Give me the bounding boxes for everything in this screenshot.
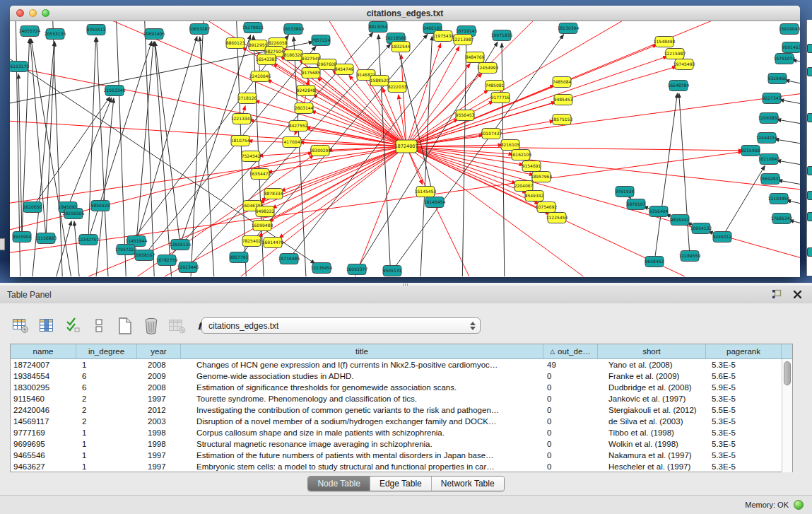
show-columns-button[interactable] bbox=[37, 316, 56, 336]
citation-edge[interactable] bbox=[68, 98, 112, 207]
graph-node[interactable]: 8454749 bbox=[335, 64, 354, 75]
graph-node[interactable]: 12444154 bbox=[756, 133, 778, 144]
network-canvas[interactable]: 2405572420553135835051120691406106532871… bbox=[10, 21, 800, 276]
graph-node[interactable]: 12342757 bbox=[78, 235, 100, 245]
graph-node[interactable]: 8484769 bbox=[466, 52, 485, 63]
table-row[interactable]: 1830029562008Estimation of significance … bbox=[11, 382, 792, 393]
citation-network-graph[interactable]: 2405572420553135835051120691406106532871… bbox=[10, 21, 800, 276]
graph-node[interactable]: 9329966 bbox=[768, 74, 787, 84]
graph-node[interactable]: 15692931 bbox=[760, 174, 782, 185]
graph-node[interactable]: 417004 bbox=[283, 137, 301, 148]
citation-edge[interactable] bbox=[722, 165, 765, 237]
graph-node[interactable]: 8216105 bbox=[501, 140, 520, 151]
graph-node[interactable]: 20553135 bbox=[45, 29, 66, 40]
citation-edge[interactable] bbox=[95, 98, 114, 276]
minimize-window-button[interactable] bbox=[29, 9, 37, 17]
graph-node[interactable]: 9857791 bbox=[230, 252, 249, 263]
graph-node[interactable]: 7825402 bbox=[242, 236, 261, 247]
graph-node[interactable]: 12213343 bbox=[231, 114, 253, 124]
graph-node[interactable]: 9245012 bbox=[713, 232, 732, 243]
citation-edge[interactable] bbox=[502, 43, 505, 276]
graph-node[interactable]: 16099488 bbox=[252, 221, 273, 231]
citation-edge[interactable] bbox=[267, 80, 406, 146]
graph-node[interactable]: 2204067 bbox=[514, 181, 534, 192]
column-header-out_degree[interactable]: △out_de… bbox=[543, 344, 598, 358]
graph-node[interactable]: 8549342 bbox=[525, 191, 544, 201]
graph-node[interactable]: 20206506 bbox=[63, 209, 85, 219]
graph-node[interactable]: 8813054 bbox=[369, 22, 388, 33]
table-row[interactable]: 977716911998Corpus callosum shape and si… bbox=[11, 427, 792, 438]
graph-node[interactable]: 18575153 bbox=[551, 115, 573, 125]
graph-node[interactable]: 12103454 bbox=[768, 194, 790, 204]
graph-node[interactable]: 9485453 bbox=[554, 95, 573, 105]
citation-edge[interactable] bbox=[144, 46, 316, 255]
tab-network-table[interactable]: Network Table bbox=[432, 477, 504, 491]
zoom-window-button[interactable] bbox=[42, 9, 49, 17]
graph-node[interactable]: 1832544 bbox=[392, 42, 411, 52]
graph-node[interactable]: 24055724 bbox=[19, 26, 41, 37]
citation-edge[interactable] bbox=[778, 180, 800, 187]
citation-edge[interactable] bbox=[779, 100, 800, 106]
citation-edge[interactable] bbox=[785, 80, 800, 86]
memory-status-icon[interactable] bbox=[794, 500, 804, 510]
citation-edge[interactable] bbox=[406, 57, 668, 146]
graph-node[interactable]: 9658453 bbox=[645, 257, 664, 267]
graph-node[interactable]: 10954132 bbox=[690, 223, 712, 234]
graph-node[interactable]: 11548498 bbox=[654, 37, 676, 47]
graph-node[interactable]: 2718126 bbox=[238, 93, 257, 104]
graph-node[interactable]: 15919043 bbox=[779, 24, 800, 35]
citation-edge[interactable] bbox=[777, 119, 800, 126]
graph-node[interactable]: 9177716 bbox=[491, 93, 510, 103]
graph-node[interactable]: 19745493 bbox=[673, 59, 695, 70]
graph-node[interactable]: 8860123 bbox=[226, 38, 245, 49]
float-panel-button[interactable] bbox=[771, 288, 783, 300]
row-options-button[interactable] bbox=[90, 316, 108, 336]
graph-node[interactable]: 18300295 bbox=[310, 146, 331, 156]
graph-node[interactable]: 16543382 bbox=[256, 54, 278, 65]
table-row[interactable]: 1456911722003Disruption of a novel membe… bbox=[11, 416, 792, 427]
graph-node[interactable]: 15751074 bbox=[774, 54, 796, 64]
graph-node[interactable]: 8186328 bbox=[284, 50, 303, 61]
graph-node[interactable]: 11225454 bbox=[546, 213, 568, 223]
graph-node[interactable]: 8215958 bbox=[741, 146, 760, 156]
close-panel-button[interactable] bbox=[792, 288, 804, 300]
column-header-pagerank[interactable]: pagerank bbox=[706, 344, 782, 358]
graph-node[interactable]: 15278021 bbox=[242, 23, 264, 33]
graph-node[interactable]: 9498222 bbox=[256, 206, 275, 217]
graph-node[interactable]: 9505131 bbox=[383, 266, 402, 276]
graph-node-hub[interactable]: 18724007 bbox=[394, 140, 418, 153]
graph-node[interactable]: 18957964 bbox=[531, 172, 553, 182]
citation-edge[interactable] bbox=[74, 221, 81, 276]
graph-node[interactable]: 9556453 bbox=[456, 110, 475, 121]
graph-node[interactable]: 9850529 bbox=[91, 201, 110, 211]
column-header-title[interactable]: title bbox=[181, 344, 543, 358]
graph-node[interactable]: 7485081 bbox=[486, 81, 505, 91]
table-row[interactable]: 1872400712008Changes of HCN gene express… bbox=[11, 359, 792, 370]
citation-edge[interactable] bbox=[401, 54, 406, 146]
create-table-button[interactable] bbox=[116, 316, 134, 336]
graph-node[interactable]: 12923446 bbox=[177, 262, 199, 273]
citation-edge[interactable] bbox=[392, 35, 564, 271]
column-header-year[interactable]: year bbox=[137, 344, 181, 358]
citation-edge[interactable] bbox=[406, 146, 800, 191]
column-header-name[interactable]: name bbox=[11, 344, 76, 358]
graph-node[interactable]: 10107437 bbox=[481, 129, 502, 139]
table-row[interactable]: 969969511998Structural magnetic resonanc… bbox=[11, 438, 792, 450]
graph-node[interactable]: 16914479 bbox=[262, 238, 284, 248]
graph-node[interactable]: 11975434 bbox=[433, 31, 454, 42]
graph-node[interactable]: 15145453 bbox=[415, 187, 437, 197]
citation-edge[interactable] bbox=[654, 93, 678, 262]
window-titlebar[interactable]: citations_edges.txt bbox=[10, 6, 800, 21]
graph-node[interactable]: 12454993 bbox=[477, 63, 499, 74]
graph-node[interactable]: 16162105 bbox=[510, 150, 532, 160]
graph-node[interactable]: 12093832 bbox=[758, 113, 780, 124]
graph-node[interactable]: 9242848 bbox=[297, 86, 316, 96]
graph-node[interactable]: 2967608 bbox=[318, 59, 337, 70]
citation-edge[interactable] bbox=[406, 64, 470, 146]
graph-node[interactable]: 12284559 bbox=[679, 251, 701, 262]
graph-node[interactable]: 13505135 bbox=[170, 240, 192, 250]
delete-table-button[interactable] bbox=[142, 316, 160, 336]
graph-node[interactable]: 16033809 bbox=[283, 24, 305, 35]
citation-edge[interactable] bbox=[777, 160, 800, 167]
table-settings-button[interactable] bbox=[11, 316, 30, 336]
